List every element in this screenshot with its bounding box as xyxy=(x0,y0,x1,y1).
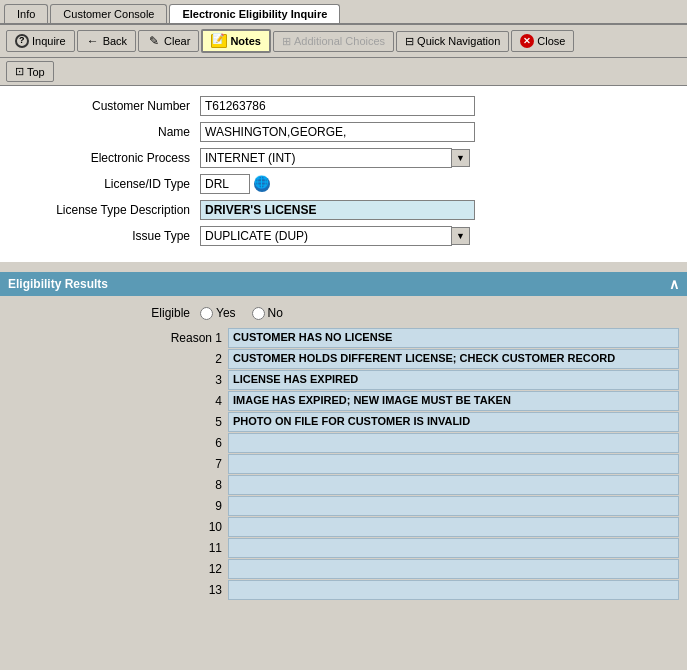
reason-row: 10 xyxy=(0,517,687,537)
notes-icon xyxy=(211,34,227,48)
reason-row: 11 xyxy=(0,538,687,558)
reason-text[interactable]: PHOTO ON FILE FOR CUSTOMER IS INVALID xyxy=(228,412,679,432)
reason-text[interactable] xyxy=(228,496,679,516)
inquire-button[interactable]: Inquire xyxy=(6,30,75,52)
reason-row: 9 xyxy=(0,496,687,516)
reason-text[interactable]: CUSTOMER HOLDS DIFFERENT LICENSE; CHECK … xyxy=(228,349,679,369)
reason-number: 6 xyxy=(0,436,228,450)
reason-number: 11 xyxy=(0,541,228,555)
eligible-yes-option[interactable]: Yes xyxy=(200,306,236,320)
reason-text[interactable]: IMAGE HAS EXPIRED; NEW IMAGE MUST BE TAK… xyxy=(228,391,679,411)
reason-row: 3LICENSE HAS EXPIRED xyxy=(0,370,687,390)
eligible-yes-label: Yes xyxy=(216,306,236,320)
reason-number: Reason 1 xyxy=(0,331,228,345)
reason-row: 7 xyxy=(0,454,687,474)
reasons-container: Reason 1CUSTOMER HAS NO LICENSE2CUSTOMER… xyxy=(0,328,687,600)
reason-number: 8 xyxy=(0,478,228,492)
eligible-label: Eligible xyxy=(0,306,200,320)
reason-row: 4IMAGE HAS EXPIRED; NEW IMAGE MUST BE TA… xyxy=(0,391,687,411)
issue-type-input[interactable] xyxy=(200,226,452,246)
customer-number-label: Customer Number xyxy=(20,99,200,113)
reason-row: 6 xyxy=(0,433,687,453)
reason-text[interactable] xyxy=(228,538,679,558)
reason-number: 5 xyxy=(0,415,228,429)
reason-text[interactable] xyxy=(228,475,679,495)
name-input[interactable] xyxy=(200,122,475,142)
close-button[interactable]: Close xyxy=(511,30,574,52)
license-type-desc-row: License Type Description DRIVER'S LICENS… xyxy=(20,200,667,220)
electronic-process-label: Electronic Process xyxy=(20,151,200,165)
reason-number: 3 xyxy=(0,373,228,387)
nav-button[interactable]: Quick Navigation xyxy=(396,31,509,52)
back-icon xyxy=(86,34,100,48)
reason-text[interactable] xyxy=(228,454,679,474)
top-icon xyxy=(15,65,24,78)
tab-bar: Info Customer Console Electronic Eligibi… xyxy=(0,0,687,25)
eligibility-section-header: Eligibility Results ∧ xyxy=(0,272,687,296)
reason-number: 12 xyxy=(0,562,228,576)
electronic-process-input[interactable] xyxy=(200,148,452,168)
tab-electronic-eligibility[interactable]: Electronic Eligibility Inquire xyxy=(169,4,340,23)
choices-icon xyxy=(282,35,291,48)
license-type-desc-label: License Type Description xyxy=(20,203,200,217)
eligibility-title: Eligibility Results xyxy=(8,277,108,291)
eligible-no-option[interactable]: No xyxy=(252,306,283,320)
customer-number-input[interactable] xyxy=(200,96,475,116)
eligible-row: Eligible Yes No xyxy=(0,302,687,324)
reason-number: 9 xyxy=(0,499,228,513)
eligible-no-radio[interactable] xyxy=(252,307,265,320)
issue-type-arrow[interactable]: ▼ xyxy=(452,227,470,245)
nav-icon xyxy=(405,35,414,48)
reason-number: 7 xyxy=(0,457,228,471)
license-id-type-row: License/ID Type xyxy=(20,174,667,194)
license-id-type-label: License/ID Type xyxy=(20,177,200,191)
reason-number: 2 xyxy=(0,352,228,366)
form-content: Customer Number Name Electronic Process … xyxy=(0,86,687,262)
reason-row: Reason 1CUSTOMER HAS NO LICENSE xyxy=(0,328,687,348)
issue-type-row: Issue Type ▼ xyxy=(20,226,667,246)
name-label: Name xyxy=(20,125,200,139)
clear-button[interactable]: Clear xyxy=(138,30,199,52)
reason-text[interactable] xyxy=(228,433,679,453)
eligible-radio-group: Yes No xyxy=(200,306,283,320)
back-button[interactable]: Back xyxy=(77,30,136,52)
license-type-desc-value: DRIVER'S LICENSE xyxy=(200,200,475,220)
reason-text[interactable]: LICENSE HAS EXPIRED xyxy=(228,370,679,390)
reason-row: 5PHOTO ON FILE FOR CUSTOMER IS INVALID xyxy=(0,412,687,432)
issue-type-label: Issue Type xyxy=(20,229,200,243)
toolbar: Inquire Back Clear Notes Additional Choi… xyxy=(0,25,687,58)
reason-number: 13 xyxy=(0,583,228,597)
reason-text[interactable] xyxy=(228,559,679,579)
reason-row: 12 xyxy=(0,559,687,579)
close-icon xyxy=(520,34,534,48)
reason-row: 13 xyxy=(0,580,687,600)
customer-number-row: Customer Number xyxy=(20,96,667,116)
clear-icon xyxy=(147,34,161,48)
top-button[interactable]: Top xyxy=(6,61,54,82)
globe-icon[interactable] xyxy=(254,176,270,192)
tab-customer-console[interactable]: Customer Console xyxy=(50,4,167,23)
inquire-icon xyxy=(15,34,29,48)
reason-number: 4 xyxy=(0,394,228,408)
electronic-process-row: Electronic Process ▼ xyxy=(20,148,667,168)
reason-text[interactable] xyxy=(228,580,679,600)
reason-row: 8 xyxy=(0,475,687,495)
collapse-button[interactable]: ∧ xyxy=(669,276,679,292)
electronic-process-arrow[interactable]: ▼ xyxy=(452,149,470,167)
eligible-yes-radio[interactable] xyxy=(200,307,213,320)
reason-row: 2CUSTOMER HOLDS DIFFERENT LICENSE; CHECK… xyxy=(0,349,687,369)
tab-info[interactable]: Info xyxy=(4,4,48,23)
results-area: Eligible Yes No Reason 1CUSTOMER HAS NO … xyxy=(0,296,687,600)
name-row: Name xyxy=(20,122,667,142)
choices-button[interactable]: Additional Choices xyxy=(273,31,394,52)
reason-text[interactable] xyxy=(228,517,679,537)
reason-number: 10 xyxy=(0,520,228,534)
license-id-type-input[interactable] xyxy=(200,174,250,194)
reason-text[interactable]: CUSTOMER HAS NO LICENSE xyxy=(228,328,679,348)
eligible-no-label: No xyxy=(268,306,283,320)
toolbar2: Top xyxy=(0,58,687,86)
notes-button[interactable]: Notes xyxy=(201,29,271,53)
